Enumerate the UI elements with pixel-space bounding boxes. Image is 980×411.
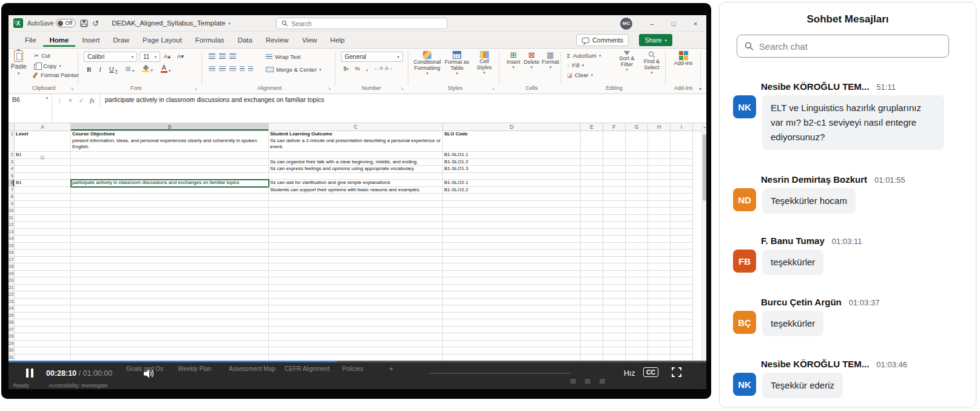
align-top-icon[interactable] [209,53,215,59]
cell-D13[interactable] [443,229,581,236]
cell-H13[interactable] [648,229,671,236]
format-cells-button[interactable]: ▦Format▾ [541,51,559,69]
cell-F3[interactable] [603,159,626,166]
fullscreen-button[interactable] [671,367,682,380]
cell-G6[interactable] [626,180,648,187]
cell-G22[interactable] [626,291,648,299]
cell-D1[interactable]: SLO Code [443,131,581,152]
cell-D12[interactable] [443,222,581,229]
cell-E13[interactable] [581,229,603,236]
cell-H14[interactable] [648,236,671,243]
row-header-21[interactable]: 21 [8,285,15,292]
cell-A6[interactable]: B1 [15,180,71,187]
share-button[interactable]: Share▾ [639,34,672,46]
row-header-1[interactable]: 1 [8,131,15,152]
cell-F9[interactable] [603,201,626,208]
insert-cells-button[interactable]: ⊞Insert▾ [505,51,522,69]
cell-F30[interactable] [603,347,626,355]
cell-C30[interactable] [269,347,443,355]
sheet-tab-weekly-plan[interactable]: Weekly Plan [178,365,211,372]
cell-C8[interactable] [269,194,443,201]
menu-tab-file[interactable]: File [18,33,43,47]
cell-I30[interactable] [671,347,693,355]
redo-button[interactable]: ↻ [13,20,18,26]
cell-G10[interactable] [626,208,648,215]
cell-H17[interactable] [648,257,671,264]
underline-button[interactable]: U▾ [107,66,119,73]
cell-H26[interactable] [648,319,671,327]
cell-B13[interactable] [71,229,269,236]
cell-D23[interactable] [443,299,581,306]
cell-D21[interactable] [443,285,581,292]
cell-E1[interactable] [581,131,603,152]
font-family-select[interactable]: Calibri▾ [84,52,137,62]
name-box[interactable]: B6▾ [8,94,52,123]
cell-D22[interactable] [443,291,581,299]
cell-H22[interactable] [648,291,671,299]
cell-F7[interactable] [603,187,626,194]
cell-D26[interactable] [443,319,581,327]
cell-H5[interactable] [648,173,671,180]
cell-G16[interactable] [626,250,648,257]
cell-G5[interactable] [626,173,648,180]
cell-F2[interactable] [603,152,626,159]
cell-D25[interactable] [443,313,581,320]
search-input[interactable] [291,20,442,27]
cell-C16[interactable] [269,250,443,257]
cell-D7[interactable]: B1-SLO2.2 [443,187,581,194]
cell-H29[interactable] [648,341,671,348]
row-header-4[interactable]: 4 [8,166,15,173]
cell-B20[interactable] [71,277,269,285]
minimize-button[interactable]: – [641,15,663,32]
cell-D20[interactable] [443,277,581,285]
menu-tab-home[interactable]: Home [43,33,76,47]
column-header-B[interactable]: B [71,123,269,131]
cell-F13[interactable] [603,229,626,236]
cell-A18[interactable] [15,263,71,271]
cell-D8[interactable] [443,194,581,201]
cell-G20[interactable] [626,277,648,285]
cell-B8[interactable] [71,194,269,201]
cell-C21[interactable] [269,285,443,292]
cell-B27[interactable] [71,327,269,334]
cell-I2[interactable] [671,152,693,159]
cell-I22[interactable] [671,291,693,299]
cell-C14[interactable] [269,236,443,243]
cell-C6[interactable]: Ss can ask for clarification and give si… [269,180,443,187]
row-header-6[interactable]: 6 [8,180,15,187]
cancel-icon[interactable]: × [66,97,75,104]
playback-speed-button[interactable]: Hız [624,369,635,378]
row-header-5[interactable]: 5 [8,173,15,180]
cell-B16[interactable] [71,250,269,257]
cell-B23[interactable] [71,299,269,306]
cell-B12[interactable] [71,222,269,229]
cell-E18[interactable] [581,263,603,271]
cell-H15[interactable] [648,243,671,250]
cell-A10[interactable] [15,208,71,215]
cell-E7[interactable] [581,187,603,194]
cell-G23[interactable] [626,299,648,306]
align-left-icon[interactable] [209,66,215,72]
cell-G27[interactable] [626,327,648,334]
cell-F29[interactable] [603,341,626,348]
cell-H21[interactable] [648,285,671,292]
dialog-launcher-icon[interactable]: ↘ [69,86,75,91]
cell-I28[interactable] [671,333,693,341]
cell-A12[interactable] [15,222,71,229]
cell-D4[interactable]: B1-SLO1.3 [443,166,581,173]
menu-tab-view[interactable]: View [296,33,324,47]
cell-G19[interactable] [626,271,648,278]
cell-I24[interactable] [671,305,693,313]
column-header-F[interactable]: F [603,123,626,131]
row-header-8[interactable]: 8 [8,194,15,201]
cell-I12[interactable] [671,222,693,229]
cell-B1[interactable]: Course Objectives present information, i… [71,131,269,152]
row-header-30[interactable]: 30 [8,347,15,355]
clear-button[interactable]: ◪Clear▾ [567,72,593,78]
cell-G1[interactable] [626,131,648,152]
insert-function-button[interactable]: fx [87,97,97,104]
cell-F19[interactable] [603,271,626,278]
video-player[interactable]: X AutoSave Off ↺ ↻ DEDAK_Aligned_Syllabu… [1,3,711,399]
cell-A7[interactable] [15,187,71,194]
cell-A15[interactable] [15,243,71,250]
